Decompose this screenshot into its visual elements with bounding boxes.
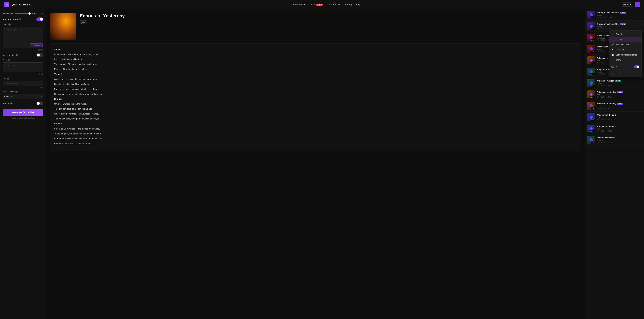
part-badge: Part 2 bbox=[617, 103, 623, 105]
ctx-share[interactable]: ↗ Share bbox=[609, 57, 642, 63]
ctx-commercial[interactable]: 📄 Get Commercial License bbox=[609, 52, 642, 57]
lyrics-section-header: Verse 2: bbox=[54, 72, 577, 76]
ctx-download[interactable]: ⬇ Download bbox=[609, 47, 642, 52]
instrumental-toggle[interactable] bbox=[36, 53, 43, 57]
track-thumbnail: ▶ 4:00 bbox=[587, 56, 595, 64]
private-info-icon[interactable]: i bbox=[10, 102, 12, 105]
play-icon: ▶ bbox=[590, 127, 593, 130]
ctx-vocal-remover[interactable]: 🎤 Vocal Remover bbox=[609, 42, 642, 47]
track-item[interactable]: ▶ 3:28 Whispers of the Wild indie 2024-1… bbox=[585, 112, 644, 123]
genre-tag: jazz bbox=[80, 21, 87, 24]
track-genre: country bbox=[597, 26, 636, 28]
track-genre: indie bbox=[597, 128, 636, 130]
main-layout: Extend from: 3:56 / 3:56 Advanced Mode i… bbox=[0, 9, 644, 319]
logo[interactable]: JJ Lyrics Into Song AI bbox=[4, 2, 32, 7]
extend-time-current: 3:56 bbox=[31, 12, 37, 15]
title-info-icon[interactable]: i bbox=[7, 78, 9, 80]
track-name: Through Thick and Thin bbox=[597, 12, 619, 14]
track-more-button[interactable]: ⋮ bbox=[638, 138, 642, 142]
track-item[interactable]: ▶ 3:15 Backroad Memories country 2024-12… bbox=[585, 134, 644, 146]
part-badge: Part 2 bbox=[617, 91, 623, 93]
user-avatar[interactable] bbox=[635, 2, 640, 7]
nav-vocal-remover[interactable]: Vocal Remover bbox=[326, 3, 341, 6]
track-duration: 2:01 bbox=[591, 73, 595, 75]
track-item[interactable]: ▶ 2:00 Echoes of Yesterday Part 2 jazz 2… bbox=[585, 89, 644, 100]
ctx-concat[interactable]: ⧉ Concat bbox=[609, 37, 642, 42]
track-item[interactable]: ▶ 2:00 Echoes of Yesterday Part 2 jazz 2… bbox=[585, 100, 644, 112]
nav-pricing[interactable]: Pricing bbox=[345, 3, 352, 6]
track-more-button[interactable]: ⋮ bbox=[638, 92, 642, 96]
random-button[interactable]: ✦ Random bbox=[30, 43, 43, 47]
track-more-button[interactable]: ⋮ bbox=[638, 115, 642, 119]
track-thumbnail: ▶ 3:15 bbox=[587, 136, 595, 144]
track-more-button[interactable]: ⋮ bbox=[638, 104, 642, 108]
track-item[interactable]: ▶ 3:07 Whispers of the Wild indie 2024-1… bbox=[585, 123, 644, 134]
track-duration: 3:07 bbox=[591, 130, 595, 132]
track-thumbnail: ▶ 2:01 bbox=[587, 79, 595, 87]
ctx-extend[interactable]: ♪ Extend bbox=[609, 32, 642, 37]
track-item[interactable]: ▶ 1:21 Through Thick and Thin Part 2 cou… bbox=[585, 21, 644, 32]
ctx-delete[interactable]: 🗑 Delete bbox=[609, 71, 642, 76]
lyrics-line: So I raise up my glass to the stories we… bbox=[54, 127, 577, 131]
advanced-mode-info-icon[interactable]: i bbox=[19, 18, 22, 21]
track-thumbnail: ▶ 2:00 bbox=[587, 91, 595, 98]
title-input[interactable] bbox=[3, 81, 43, 86]
play-icon: ▶ bbox=[590, 59, 593, 62]
extend-slider[interactable] bbox=[15, 13, 30, 14]
track-name: Whispers of the Wild bbox=[597, 114, 616, 116]
public-toggle[interactable] bbox=[634, 65, 639, 68]
track-details: Echoes of Yesterday Part 2 jazz 2024-12-… bbox=[597, 91, 636, 98]
play-icon: ▶ bbox=[590, 47, 593, 51]
style-textarea[interactable] bbox=[3, 63, 43, 72]
lyrics-line: In the corner café, where the clock soft… bbox=[54, 53, 577, 56]
lyrics-line: Each note that I hear twists a knife in … bbox=[54, 87, 577, 91]
cover-image bbox=[50, 13, 76, 40]
nav-create[interactable]: Create 🔥 HOT bbox=[309, 3, 323, 6]
style-info-icon[interactable]: i bbox=[8, 59, 10, 62]
track-thumbnail: ▶ 3:28 bbox=[587, 113, 595, 121]
track-thumbnail: ▶ 3:07 bbox=[587, 125, 595, 132]
track-more-button[interactable]: ⋮ bbox=[638, 13, 642, 17]
track-genre: jazz bbox=[597, 105, 636, 107]
style-label: Style i bbox=[3, 59, 43, 62]
header: JJ Lyrics Into Song AI Free Tools ▾ Crea… bbox=[0, 0, 644, 9]
voice-gender-info-icon[interactable]: i bbox=[15, 91, 18, 93]
track-item[interactable]: ▶ 2:01 Wings of Freedom Part 3 country 2… bbox=[585, 78, 644, 89]
track-details: Through Thick and Thin Part 2 country 20… bbox=[597, 23, 636, 30]
track-title-row: Through Thick and Thin Part 2 bbox=[597, 12, 636, 14]
track-duration: 4:00 bbox=[591, 62, 595, 64]
track-more-button[interactable]: ⋮ bbox=[638, 127, 642, 131]
voice-gender-select-wrapper: Random Male Female ▾ bbox=[3, 94, 43, 99]
track-date: 2025-01-12 09:07:42 bbox=[597, 28, 636, 30]
language-selector[interactable]: 🇺🇸 EN ▾ bbox=[622, 3, 633, 7]
title-char-count: 0/80 bbox=[3, 86, 43, 88]
private-toggle[interactable] bbox=[36, 102, 43, 105]
play-icon: ▶ bbox=[590, 104, 593, 107]
track-genre: country bbox=[597, 83, 636, 84]
play-icon: ▶ bbox=[590, 81, 593, 85]
extend-row: Extend from: 3:56 / 3:56 bbox=[3, 12, 43, 15]
lyrics-line: The melody calls, though the music has s… bbox=[54, 117, 577, 121]
advanced-mode-toggle[interactable] bbox=[36, 18, 43, 21]
nav-blog[interactable]: Blog bbox=[356, 3, 360, 6]
track-thumbnail: ▶ 1:21 bbox=[587, 11, 595, 19]
instrumental-info-icon[interactable]: i bbox=[16, 54, 18, 56]
track-title-row: Backroad Memories bbox=[597, 137, 636, 139]
instrumental-row: Instrumental i bbox=[3, 53, 43, 57]
track-thumbnail: ▶ 2:00 bbox=[587, 102, 595, 110]
track-date: 2024-12-24 08:27:27 bbox=[597, 130, 636, 132]
extend-time-total: / 3:56 bbox=[38, 12, 43, 15]
song-header: Echoes of Yesterday jazz bbox=[50, 13, 581, 40]
voice-gender-select[interactable]: Random Male Female bbox=[3, 94, 43, 99]
track-item[interactable]: ▶ 1:21 Through Thick and Thin Part 2 cou… bbox=[585, 9, 644, 21]
track-more-button[interactable]: ⋮ bbox=[638, 81, 642, 85]
lyrics-box: Verse 1:In the corner café, where the cl… bbox=[50, 44, 581, 151]
lyrics-line: The laughter of friends, now shadows in … bbox=[54, 63, 577, 66]
song-info: Echoes of Yesterday jazz bbox=[80, 13, 581, 40]
generate-button[interactable]: Generate (4 credits) bbox=[3, 109, 43, 116]
nav-free-tools[interactable]: Free Tools ▾ bbox=[293, 3, 305, 6]
track-more-button[interactable]: ⋮ bbox=[638, 24, 642, 28]
title-label: Title i bbox=[3, 78, 43, 80]
lyrics-info-icon[interactable]: i bbox=[8, 24, 11, 26]
track-date: 2024-12-24 08:27:27 bbox=[597, 142, 636, 143]
